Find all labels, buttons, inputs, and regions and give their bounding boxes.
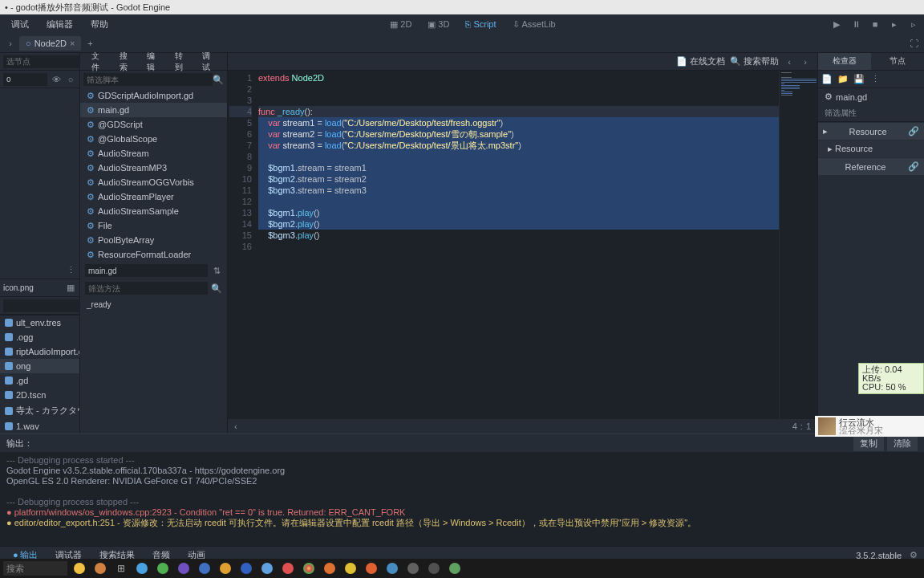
pause-button[interactable]: ⏸ — [849, 17, 863, 31]
script-list-item[interactable]: ⚙File — [80, 218, 227, 233]
more-icon[interactable]: ⋮ — [869, 74, 881, 85]
clear-button[interactable]: 清除 — [887, 436, 918, 451]
taskbar-app-12[interactable] — [363, 561, 380, 576]
filesystem-item[interactable]: 1.wav — [0, 419, 79, 434]
taskbar-app-1[interactable] — [133, 561, 151, 576]
mode-assetlib[interactable]: ⇩ AssetLib — [506, 17, 562, 32]
script-list-item[interactable]: ⚙AudioStreamPlayer — [80, 189, 227, 204]
search-icon[interactable]: 🔍 — [213, 74, 224, 85]
taskbar-app-8[interactable] — [279, 561, 297, 576]
search-help-link[interactable]: 🔍 搜索帮助 — [730, 55, 779, 67]
current-script-display[interactable] — [85, 264, 208, 277]
taskbar-app-5[interactable] — [217, 561, 234, 576]
node2d-icon: ○ — [26, 39, 31, 48]
minimap[interactable] — [779, 71, 817, 419]
tab-inspector[interactable]: 检查器 — [818, 53, 871, 70]
taskbar-app-7[interactable] — [258, 561, 276, 576]
script-list-item[interactable]: ⚙AudioStreamSample — [80, 204, 227, 218]
taskbar-app-3[interactable] — [175, 561, 192, 576]
filesystem-item[interactable]: .gd — [0, 373, 79, 388]
visibility-icon[interactable]: 👁 — [51, 74, 62, 85]
window-title: • - godot播放外部音频测试 - Godot Engine — [5, 2, 170, 14]
link-icon: 🔗 — [908, 126, 919, 136]
script-list-item[interactable]: ⚙AudioStreamOGGVorbis — [80, 175, 227, 189]
filesystem-item[interactable]: ult_env.tres — [0, 315, 79, 330]
script-list-panel: 文件 搜索 编辑 转到 调试 🔍 ⚙GDScriptAudioImport.gd… — [80, 53, 228, 434]
copy-button[interactable]: 复制 — [853, 436, 884, 451]
mode-script[interactable]: ⎘ Script — [459, 17, 502, 32]
close-icon[interactable]: × — [70, 39, 75, 48]
grid-view-icon[interactable]: ▦ — [65, 283, 76, 294]
mode-3d[interactable]: ▣ 3D — [421, 17, 456, 32]
perf-cpu: CPU: 50 % — [862, 383, 920, 392]
taskbar-taskview[interactable]: ⊞ — [112, 561, 130, 576]
stop-button[interactable]: ■ — [868, 17, 882, 31]
taskbar-app-14[interactable] — [404, 561, 422, 576]
section-resource[interactable]: ▸Resource🔗 — [818, 123, 924, 140]
taskbar-app-16[interactable] — [446, 561, 464, 576]
script-list-item[interactable]: ⚙AudioStream — [80, 146, 227, 161]
lock-icon[interactable]: ○ — [65, 74, 76, 85]
filesystem-item[interactable]: ong — [0, 359, 79, 373]
filesystem-item[interactable]: .ogg — [0, 330, 79, 344]
method-item[interactable]: _ready — [80, 297, 227, 312]
taskbar-app-godot[interactable] — [383, 561, 401, 576]
taskbar-app-4[interactable] — [196, 561, 213, 576]
taskbar-app-2[interactable] — [154, 561, 172, 576]
distraction-free-icon[interactable]: ⛶ — [906, 36, 921, 51]
taskbar-app-9[interactable] — [300, 561, 318, 576]
editor-statusbar: ‹ 4 : 1 — [228, 419, 817, 434]
code-editor-panel: 📄 在线文档 🔍 搜索帮助 ‹ › 1234567891011121314151… — [228, 53, 817, 434]
script-list-item[interactable]: ⚙main.gd — [80, 103, 227, 117]
tab-node[interactable]: 节点 — [871, 53, 924, 70]
taskbar-app-11[interactable] — [342, 561, 359, 576]
menu-editor[interactable]: 编辑器 — [38, 16, 81, 33]
online-docs-link[interactable]: 📄 在线文档 — [676, 55, 725, 67]
music-overlay[interactable]: 行云流水 涩谷米月宋 — [815, 416, 924, 437]
nav-forward-icon[interactable]: › — [800, 56, 811, 67]
new-resource-icon[interactable]: 📄 — [821, 74, 833, 85]
code-editor[interactable]: 12345678910111213141516 extends Node2Dfu… — [228, 71, 817, 419]
more-icon[interactable]: ⋮ — [65, 265, 76, 276]
chevron-left-icon[interactable]: ‹ — [234, 421, 245, 431]
mode-2d[interactable]: ▦ 2D — [383, 17, 418, 32]
output-log[interactable]: --- Debugging process started ---Godot E… — [0, 452, 924, 546]
scene-tab-node2d[interactable]: ○ Node2D × — [19, 36, 81, 51]
section-reference[interactable]: Reference🔗 — [818, 158, 924, 175]
taskbar-search[interactable]: 搜索 — [3, 561, 67, 576]
filesystem-item[interactable]: 2D.tscn — [0, 388, 79, 402]
load-resource-icon[interactable]: 📁 — [837, 74, 849, 85]
search-icon[interactable]: 🔍 — [211, 283, 222, 294]
expand-panel-icon[interactable]: › — [3, 36, 18, 51]
script-list-item[interactable]: ⚙PoolByteArray — [80, 233, 227, 247]
script-filter-input[interactable] — [83, 73, 213, 86]
sort-icon[interactable]: ⇅ — [211, 265, 222, 276]
play-scene-button[interactable]: ▸ — [887, 17, 902, 31]
save-resource-icon[interactable]: 💾 — [853, 74, 865, 85]
taskbar-weather[interactable] — [71, 561, 88, 576]
menu-help[interactable]: 帮助 — [83, 16, 116, 33]
script-list: ⚙GDScriptAudioImport.gd⚙main.gd⚙@GDScrip… — [80, 88, 227, 262]
filesystem-item[interactable]: 寺太 - カラクタウン. — [0, 402, 79, 419]
menu-debug[interactable]: 调试 — [3, 16, 37, 33]
taskbar-app-15[interactable] — [425, 561, 443, 576]
filesystem-item[interactable]: riptAudioImport.gd — [0, 344, 79, 359]
script-list-item[interactable]: ⚙@GlobalScope — [80, 132, 227, 146]
play-custom-button[interactable]: ▹ — [906, 17, 921, 31]
taskbar-app-6[interactable] — [237, 561, 255, 576]
link-icon: 🔗 — [908, 161, 919, 172]
nav-back-icon[interactable]: ‹ — [784, 56, 795, 67]
method-filter-input[interactable] — [85, 282, 208, 295]
scene-node-input[interactable] — [3, 73, 47, 86]
script-list-item[interactable]: ⚙GDScriptAudioImport.gd — [80, 88, 227, 103]
script-list-item[interactable]: ⚙@GDScript — [80, 117, 227, 132]
left-dock: 🔍 ⚙ 👁 ○ ⋮ icon.png ▦ 🔍 ↕ ↓ ult_env.tres.… — [0, 53, 80, 434]
script-list-item[interactable]: ⚙ResourceFormatLoader — [80, 247, 227, 262]
play-button[interactable]: ▶ — [829, 17, 844, 31]
taskbar-app-10[interactable] — [321, 561, 338, 576]
taskbar-weather2[interactable] — [91, 561, 109, 576]
script-list-item[interactable]: ⚙AudioStreamMP3 — [80, 161, 227, 175]
section-resource-sub[interactable]: ▸ Resource — [818, 140, 924, 157]
inspector-filter-label[interactable]: 筛选属性 — [818, 105, 924, 122]
gear-icon: ⚙ — [825, 92, 833, 102]
